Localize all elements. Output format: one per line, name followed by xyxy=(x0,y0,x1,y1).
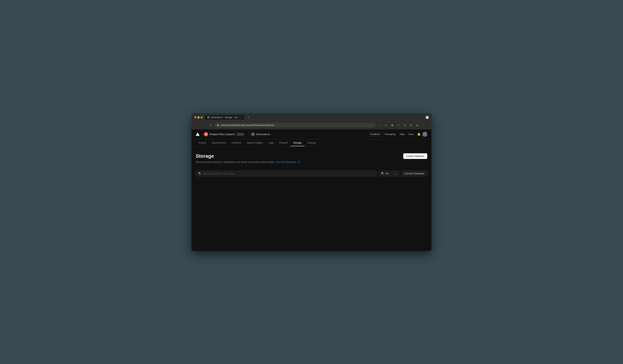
vercel-logo[interactable] xyxy=(196,132,200,136)
org-dropdown-icon: ⌄ xyxy=(245,133,247,136)
help-button[interactable]: Help xyxy=(398,132,406,136)
more-options-button[interactable]: ⋮ xyxy=(421,123,426,128)
maximize-window-button[interactable] xyxy=(200,116,203,119)
filter-search-icon: 🔍 xyxy=(381,172,384,175)
storage-header: Storage Read and write directly to datab… xyxy=(196,153,427,163)
app-nav: Project Deployments Analytics Speed Insi… xyxy=(196,139,427,146)
traffic-lights xyxy=(194,116,203,119)
connect-database-button[interactable]: Connect Database xyxy=(401,171,427,176)
lock-icon: 🔒 xyxy=(217,124,219,126)
breadcrumb-separator-1: / xyxy=(201,132,202,136)
org-selector[interactable]: S Sharjeel Riaz's projects Hobby ⌄ xyxy=(204,132,247,136)
browser-addressbar: ← → ↻ 🔒 vercel.com/sharjeel-riazs-projec… xyxy=(194,121,429,129)
window-expand-icon: ⬜ xyxy=(426,116,429,119)
extension-icon-4[interactable]: ◎ xyxy=(402,123,407,128)
nav-item-firewall[interactable]: Firewall xyxy=(276,139,290,146)
org-avatar: S xyxy=(204,132,208,136)
minimize-window-button[interactable] xyxy=(198,116,200,119)
header-right: Feedback Changelog Help Docs 🔔 xyxy=(368,131,427,137)
extension-icon-1[interactable]: ● xyxy=(383,123,388,128)
extension-icon-5[interactable]: ⊕ xyxy=(408,123,413,128)
nav-item-storage[interactable]: Storage xyxy=(290,139,305,146)
extension-icon-2[interactable]: ◉ xyxy=(390,123,395,128)
browser-window: framecast-ai – Storage – Ver... × + ⬜ ← … xyxy=(192,113,431,251)
view-all-databases-link[interactable]: View All Databases xyxy=(275,161,296,163)
reload-button[interactable]: ↻ xyxy=(209,123,213,127)
search-input-wrapper[interactable]: 🔍 xyxy=(196,171,377,176)
tab-close-button[interactable]: × xyxy=(241,117,242,119)
back-button[interactable]: ← xyxy=(197,123,201,127)
vercel-triangle-icon xyxy=(196,133,200,136)
project-name: framecast-ai xyxy=(256,133,270,136)
breadcrumb-separator-2: / xyxy=(248,132,249,136)
nav-item-project[interactable]: Project xyxy=(196,139,209,146)
org-name: Sharjeel Riaz's projects xyxy=(209,133,235,136)
app-content: / S Sharjeel Riaz's projects Hobby ⌄ / f… xyxy=(192,129,431,251)
feedback-button[interactable]: Feedback xyxy=(368,132,382,137)
subtitle-text: Read and write directly to databases and… xyxy=(196,161,275,163)
project-avatar: f xyxy=(251,132,255,136)
notifications-button[interactable]: 🔔 xyxy=(416,131,422,137)
app-header: / S Sharjeel Riaz's projects Hobby ⌄ / f… xyxy=(192,129,431,146)
nav-item-logs[interactable]: Logs xyxy=(266,139,276,146)
hobby-badge: Hobby xyxy=(236,133,244,136)
browser-tab[interactable]: framecast-ai – Storage – Ver... × xyxy=(205,115,244,120)
project-dropdown-icon: ⌄ xyxy=(270,133,272,136)
app-header-top: / S Sharjeel Riaz's projects Hobby ⌄ / f… xyxy=(196,129,427,139)
extension-icon-6[interactable]: ◈ xyxy=(415,123,420,128)
filter-chevron-icon: ⌄ xyxy=(395,172,397,175)
browser-actions: ☆ ● ◉ ⬡ ◎ ⊕ ◈ ⋮ xyxy=(377,123,426,128)
close-window-button[interactable] xyxy=(194,116,197,119)
browser-titlebar: framecast-ai – Storage – Ver... × + ⬜ xyxy=(194,115,429,120)
nav-item-analytics[interactable]: Analytics xyxy=(229,139,244,146)
extension-icon-3[interactable]: ⬡ xyxy=(396,123,401,128)
storage-title-section: Storage Read and write directly to datab… xyxy=(196,153,301,163)
search-bar-container: 🔍 🔍 All ⌄ Connect Database xyxy=(196,171,427,176)
project-selector[interactable]: f framecast-ai ⌄ xyxy=(251,132,272,136)
page-title: Storage xyxy=(196,153,301,159)
tab-title: framecast-ai – Storage – Ver... xyxy=(211,116,239,119)
nav-item-settings[interactable]: Settings xyxy=(305,139,319,146)
storage-subtitle: Read and write directly to databases and… xyxy=(196,161,301,163)
create-database-button[interactable]: Create Database xyxy=(403,153,427,159)
user-avatar[interactable] xyxy=(423,132,427,137)
browser-chrome: framecast-ai – Storage – Ver... × + ⬜ ← … xyxy=(192,113,431,129)
address-bar[interactable]: 🔒 vercel.com/sharjeel-riazs-projects/fra… xyxy=(214,123,376,127)
changelog-button[interactable]: Changelog xyxy=(383,132,397,136)
nav-item-deployments[interactable]: Deployments xyxy=(209,139,229,146)
docs-button[interactable]: Docs xyxy=(407,132,415,136)
new-tab-button[interactable]: + xyxy=(246,115,251,120)
search-input[interactable] xyxy=(203,172,374,175)
url-text: vercel.com/sharjeel-riazs-projects/frame… xyxy=(221,124,274,126)
filter-select-wrapper[interactable]: 🔍 All ⌄ xyxy=(378,171,400,176)
search-icon: 🔍 xyxy=(198,172,201,175)
filter-label: All xyxy=(386,172,388,175)
info-icon: i xyxy=(298,161,301,163)
tab-favicon xyxy=(207,116,210,119)
main-content: Storage Read and write directly to datab… xyxy=(192,146,431,186)
bookmark-icon[interactable]: ☆ xyxy=(377,123,382,128)
nav-item-speed-insights[interactable]: Speed Insights xyxy=(244,139,266,146)
forward-button[interactable]: → xyxy=(203,123,207,127)
